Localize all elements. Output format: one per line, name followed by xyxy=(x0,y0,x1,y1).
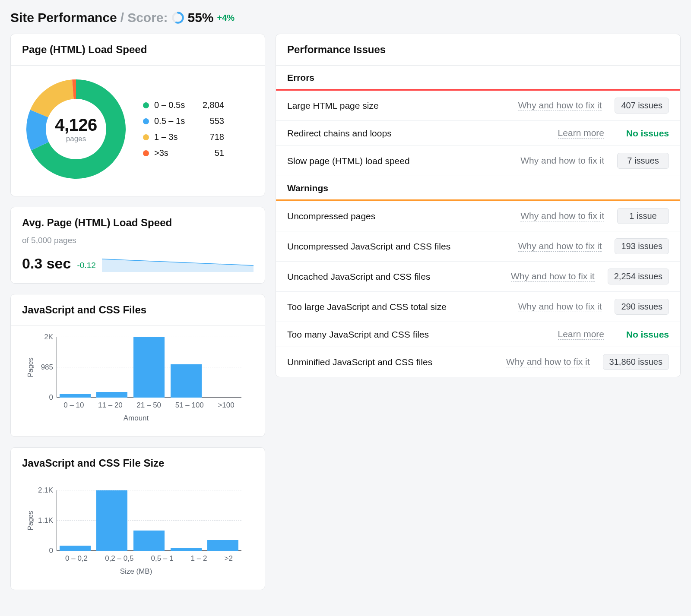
bar[interactable] xyxy=(171,364,202,398)
legend-label: 1 – 3s xyxy=(154,132,193,142)
issue-count-badge[interactable]: 2,254 issues xyxy=(608,269,669,284)
bar[interactable] xyxy=(60,394,91,398)
issue-title: Too large JavaScript and CSS total size xyxy=(287,302,447,312)
x-axis-label: Amount xyxy=(26,414,246,423)
issue-title: Slow page (HTML) load speed xyxy=(287,156,410,166)
js-css-files-card: JavaScript and CSS Files Pages 2K9850 0 … xyxy=(10,294,265,437)
legend-value: 2,804 xyxy=(198,100,224,110)
x-tick: 0,2 – 0,5 xyxy=(105,554,133,563)
x-tick: 0 – 10 xyxy=(63,401,84,410)
issue-title: Too many JavaScript and CSS files xyxy=(287,329,429,340)
issue-help-link[interactable]: Why and how to fix it xyxy=(520,211,604,221)
issue-help-link[interactable]: Learn more xyxy=(558,128,604,139)
issue-help-link[interactable]: Why and how to fix it xyxy=(511,271,595,282)
donut-center-value: 4,126 xyxy=(55,115,97,135)
issue-help-link[interactable]: Learn more xyxy=(558,329,604,340)
x-tick: >2 xyxy=(225,554,233,563)
y-tick: 1.1K xyxy=(26,516,53,525)
legend-item[interactable]: >3s 51 xyxy=(143,148,224,158)
issue-row: Uncompressed JavaScript and CSS files Wh… xyxy=(276,231,680,262)
x-tick: 0 – 0,2 xyxy=(65,554,88,563)
issue-help-link[interactable]: Why and how to fix it xyxy=(520,155,604,166)
x-tick: 51 – 100 xyxy=(175,401,204,410)
issue-title: Large HTML page size xyxy=(287,101,379,111)
x-tick: 21 – 50 xyxy=(136,401,161,410)
load-speed-title: Page (HTML) Load Speed xyxy=(11,34,265,66)
donut-legend: 0 – 0.5s 2,804 0.5 – 1s 553 1 – 3s 718 >… xyxy=(143,100,224,158)
x-tick: 1 – 2 xyxy=(191,554,207,563)
avg-load-subtitle: of 5,000 pages xyxy=(22,236,254,245)
legend-value: 553 xyxy=(198,116,224,126)
bar[interactable] xyxy=(60,546,91,551)
load-speed-card: Page (HTML) Load Speed 4,126 pages 0 – 0… xyxy=(10,34,265,196)
y-tick: 0 xyxy=(26,547,53,555)
legend-item[interactable]: 0.5 – 1s 553 xyxy=(143,116,224,126)
legend-item[interactable]: 1 – 3s 718 xyxy=(143,132,224,142)
bar[interactable] xyxy=(96,392,127,398)
js-css-files-chart: Pages 2K9850 xyxy=(57,337,241,398)
legend-color-dot xyxy=(143,102,149,108)
y-tick: 2.1K xyxy=(26,486,53,495)
issue-row: Unminified JavaScript and CSS files Why … xyxy=(276,347,680,377)
x-tick: 0,5 – 1 xyxy=(151,554,173,563)
bar[interactable] xyxy=(171,548,202,551)
x-tick: 11 – 20 xyxy=(98,401,123,410)
issue-help-link[interactable]: Why and how to fix it xyxy=(506,357,590,367)
issue-row: Too many JavaScript and CSS files Learn … xyxy=(276,322,680,347)
performance-issues-card: Performance Issues ErrorsLarge HTML page… xyxy=(276,34,681,377)
issue-row: Uncompressed pages Why and how to fix it… xyxy=(276,201,680,231)
donut-center-label: pages xyxy=(66,135,86,143)
bar[interactable] xyxy=(133,531,165,551)
issue-count-badge[interactable]: 290 issues xyxy=(615,299,669,315)
score-donut-icon xyxy=(171,11,184,24)
load-speed-donut: 4,126 pages xyxy=(22,75,130,183)
issue-count-badge[interactable]: 407 issues xyxy=(615,98,669,114)
js-css-size-title: JavaScript and CSS File Size xyxy=(11,448,265,479)
page-title: Site Performance xyxy=(10,10,117,25)
issues-title: Performance Issues xyxy=(276,34,680,66)
issue-help-link[interactable]: Why and how to fix it xyxy=(518,301,602,312)
score-percent: 55% xyxy=(188,10,214,25)
js-css-size-chart: Pages 2.1K1.1K0 xyxy=(57,490,241,551)
y-tick: 985 xyxy=(26,363,53,372)
issue-count-badge[interactable]: 1 issue xyxy=(617,208,669,224)
x-tick: >100 xyxy=(218,401,234,410)
avg-load-value: 0.3 sec xyxy=(22,255,71,272)
avg-load-sparkline xyxy=(102,252,254,272)
legend-value: 51 xyxy=(198,148,224,158)
bar[interactable] xyxy=(207,540,238,551)
js-css-files-title: JavaScript and CSS Files xyxy=(11,294,265,326)
no-issues-label: No issues xyxy=(617,128,669,139)
issue-row: Large HTML page size Why and how to fix … xyxy=(276,91,680,121)
x-axis-label: Size (MB) xyxy=(26,567,246,576)
issues-section-warnings: Warnings xyxy=(276,176,680,201)
issue-row: Redirect chains and loops Learn more No … xyxy=(276,121,680,146)
legend-color-dot xyxy=(143,134,149,140)
issue-row: Uncached JavaScript and CSS files Why an… xyxy=(276,262,680,292)
issue-title: Uncompressed pages xyxy=(287,211,375,221)
title-separator: / xyxy=(120,10,124,25)
avg-load-delta: -0.12 xyxy=(77,261,95,272)
bar[interactable] xyxy=(96,490,127,551)
legend-value: 718 xyxy=(198,132,224,142)
legend-item[interactable]: 0 – 0.5s 2,804 xyxy=(143,100,224,110)
no-issues-label: No issues xyxy=(617,329,669,340)
issue-title: Unminified JavaScript and CSS files xyxy=(287,357,432,367)
y-tick: 2K xyxy=(26,333,53,341)
issue-help-link[interactable]: Why and how to fix it xyxy=(518,241,602,252)
score-delta: +4% xyxy=(217,13,235,23)
issue-count-badge[interactable]: 7 issues xyxy=(617,153,669,169)
bar[interactable] xyxy=(133,337,165,398)
page-header: Site Performance / Score: 55% +4% xyxy=(10,10,681,25)
issue-title: Redirect chains and loops xyxy=(287,128,392,139)
issue-help-link[interactable]: Why and how to fix it xyxy=(518,100,602,111)
issue-count-badge[interactable]: 31,860 issues xyxy=(603,354,669,370)
avg-load-title: Avg. Page (HTML) Load Speed xyxy=(11,207,265,231)
y-tick: 0 xyxy=(26,393,53,402)
issue-count-badge[interactable]: 193 issues xyxy=(615,238,669,254)
issue-row: Too large JavaScript and CSS total size … xyxy=(276,292,680,322)
js-css-size-card: JavaScript and CSS File Size Pages 2.1K1… xyxy=(10,447,265,590)
issue-row: Slow page (HTML) load speed Why and how … xyxy=(276,146,680,176)
legend-color-dot xyxy=(143,150,149,156)
legend-label: 0 – 0.5s xyxy=(154,100,193,110)
